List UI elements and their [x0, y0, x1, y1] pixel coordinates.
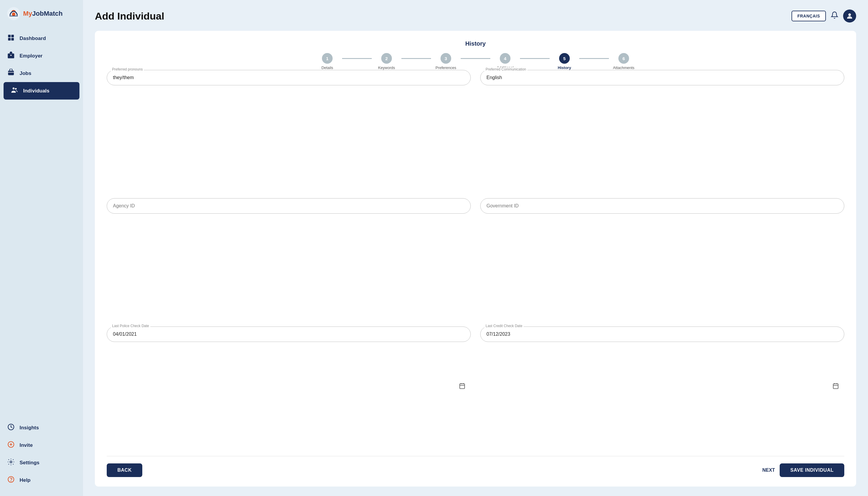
logo: MyJobMatch — [0, 7, 83, 30]
next-button[interactable]: NEXT — [762, 468, 775, 473]
avatar-icon — [846, 12, 853, 20]
svg-rect-3 — [11, 35, 14, 37]
sidebar-item-dashboard[interactable]: Dashboard — [0, 30, 83, 47]
svg-rect-5 — [11, 38, 14, 41]
step-connector-4-5 — [520, 58, 550, 59]
last-police-check-label: Last Police Check Date — [111, 324, 150, 328]
last-credit-check-label: Last Credit Check Date — [484, 324, 523, 328]
form: Preferred pronouns Preferred Communicati… — [107, 70, 844, 447]
main-content: Add Individual FRANÇAIS History 1 Detail… — [83, 0, 868, 496]
svg-rect-8 — [8, 71, 14, 75]
save-individual-button[interactable]: SAVE INDIVIDUAL — [780, 463, 844, 477]
sidebar-item-employer[interactable]: Employer — [0, 47, 83, 65]
government-id-field — [480, 198, 844, 318]
page-header: Add Individual FRANÇAIS — [95, 10, 856, 22]
step-circle-2: 2 — [381, 53, 392, 64]
svg-point-11 — [15, 88, 17, 90]
sidebar-item-insights-label: Insights — [19, 425, 39, 431]
svg-rect-2 — [8, 35, 11, 37]
agency-id-input[interactable] — [107, 198, 471, 214]
footer-right-actions: NEXT SAVE INDIVIDUAL — [762, 463, 844, 477]
header-actions: FRANÇAIS — [792, 10, 856, 22]
sidebar-item-settings[interactable]: Settings — [0, 454, 83, 471]
step-circle-1: 1 — [322, 53, 333, 64]
sidebar-item-invite-label: Invite — [19, 443, 33, 448]
language-toggle-button[interactable]: FRANÇAIS — [792, 11, 826, 21]
sidebar-item-insights[interactable]: Insights — [0, 419, 83, 436]
settings-icon — [7, 458, 15, 467]
step-circle-3: 3 — [441, 53, 451, 64]
dashboard-icon — [7, 34, 15, 43]
preferred-communication-label: Preferred Communication — [484, 67, 528, 72]
help-icon — [7, 476, 15, 485]
logo-icon — [7, 7, 20, 20]
svg-point-10 — [13, 88, 15, 90]
preferred-communication-input[interactable] — [480, 70, 844, 85]
step-label-5: History — [558, 65, 571, 70]
logo-text: MyJobMatch — [23, 10, 63, 17]
last-police-check-input[interactable] — [107, 326, 471, 342]
step-2: 2 Keywords — [372, 53, 401, 70]
sidebar-item-jobs-label: Jobs — [19, 71, 31, 76]
employer-icon — [7, 51, 15, 60]
preferred-pronouns-label: Preferred pronouns — [111, 67, 144, 72]
sidebar-item-jobs[interactable]: Jobs — [0, 65, 83, 82]
individuals-icon — [11, 86, 18, 95]
svg-rect-6 — [8, 53, 14, 58]
government-id-input[interactable] — [480, 198, 844, 214]
step-circle-6: 6 — [619, 53, 629, 64]
jobs-icon — [7, 69, 15, 78]
back-button[interactable]: BACK — [107, 463, 142, 477]
svg-point-16 — [10, 461, 12, 463]
sidebar-item-invite[interactable]: Invite — [0, 436, 83, 454]
step-label-3: Preferences — [436, 65, 456, 70]
preferred-pronouns-field: Preferred pronouns — [107, 70, 471, 190]
svg-point-19 — [849, 13, 851, 16]
step-circle-5: 5 — [559, 53, 570, 64]
step-label-1: Details — [321, 65, 333, 70]
sidebar-item-employer-label: Employer — [19, 53, 42, 59]
user-avatar[interactable] — [843, 10, 856, 22]
step-circle-4: 4 — [500, 53, 511, 64]
card-footer: BACK NEXT SAVE INDIVIDUAL — [107, 456, 844, 477]
sidebar-item-settings-label: Settings — [19, 460, 40, 466]
step-connector-3-4 — [461, 58, 490, 59]
sidebar: MyJobMatch Dashboard Employer Jobs Indiv… — [0, 0, 83, 496]
stepper: 1 Details 2 Keywords 3 Preferences 4 Add… — [107, 53, 844, 70]
notification-button[interactable] — [831, 11, 838, 21]
police-check-calendar-icon[interactable] — [459, 383, 466, 390]
svg-rect-4 — [8, 38, 11, 41]
credit-check-calendar-icon[interactable] — [833, 383, 839, 390]
svg-rect-20 — [460, 384, 465, 389]
step-label-2: Keywords — [378, 65, 395, 70]
preferred-communication-field: Preferred Communication — [480, 70, 844, 190]
step-label-6: Attachments — [613, 65, 635, 70]
step-1: 1 Details — [313, 53, 342, 70]
bell-icon — [831, 11, 838, 19]
agency-id-field — [107, 198, 471, 318]
page-title: Add Individual — [95, 10, 164, 22]
sidebar-item-help[interactable]: Help — [0, 471, 83, 489]
main-card: History 1 Details 2 Keywords 3 Preferenc… — [95, 31, 856, 486]
step-5: 5 History — [550, 53, 579, 70]
step-3: 3 Preferences — [431, 53, 461, 70]
svg-rect-7 — [10, 55, 12, 56]
last-credit-check-input[interactable] — [480, 326, 844, 342]
svg-point-18 — [11, 481, 11, 481]
step-6: 6 Attachments — [609, 53, 639, 70]
sidebar-item-help-label: Help — [19, 477, 31, 483]
sidebar-item-individuals[interactable]: Individuals — [3, 82, 79, 99]
stepper-title: History — [107, 40, 844, 47]
step-connector-2-3 — [401, 58, 431, 59]
sidebar-item-individuals-label: Individuals — [23, 88, 49, 94]
invite-icon — [7, 440, 15, 450]
step-connector-1-2 — [342, 58, 372, 59]
last-credit-check-field: Last Credit Check Date — [480, 326, 844, 447]
preferred-pronouns-input[interactable] — [107, 70, 471, 85]
insights-icon — [7, 423, 15, 432]
last-police-check-field: Last Police Check Date — [107, 326, 471, 447]
svg-point-1 — [12, 13, 15, 16]
step-connector-5-6 — [579, 58, 609, 59]
sidebar-item-dashboard-label: Dashboard — [19, 35, 46, 42]
svg-rect-24 — [833, 384, 838, 389]
